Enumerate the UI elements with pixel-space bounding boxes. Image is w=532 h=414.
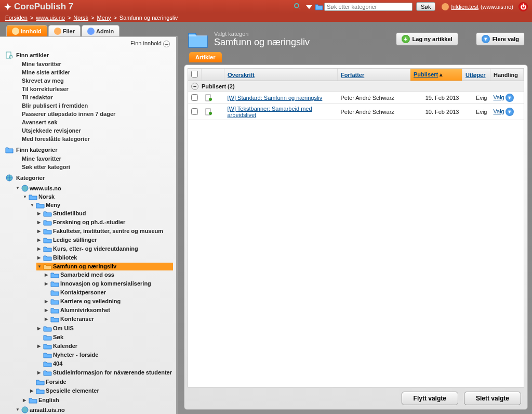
top-search-button[interactable]: Søk [416,2,436,11]
find-articles-list: Mine favoritter Mine siste artikler Skre… [3,60,173,143]
tree-node[interactable]: ▶Karriere og veiledning [44,297,173,305]
tree-node-selected[interactable]: ▼Samfunn og næringsliv [36,263,173,270]
tree-node[interactable]: ▶Studieinformasjon for nåværende student… [36,369,173,377]
admin-icon [87,28,95,35]
list-item[interactable]: Utsjekkede revisjoner [22,126,173,135]
tree-node[interactable]: Nyheter - forside [36,351,173,359]
tree-node[interactable]: ▶Om UiS [36,325,173,332]
tree-node[interactable]: ▶Samarbeid med oss [44,271,173,279]
tree-node[interactable]: ▶Konferanser [44,315,173,323]
row-action-dropdown[interactable]: ▼ [506,108,514,116]
tree-node[interactable]: ▶English [22,396,173,404]
group-row[interactable]: –Publisert (2) [188,81,524,92]
folder-icon [29,397,37,404]
tree-node[interactable]: ▼Meny [29,201,173,209]
tab-innhold[interactable]: Innhold [6,25,47,36]
folder-icon [36,379,45,385]
top-search-input[interactable] [324,3,413,11]
tree-node[interactable]: ▶Innovasjon og kommersialisering [44,280,173,288]
folder-icon [50,289,59,296]
tab-artikler[interactable]: Artikler [189,52,222,62]
tree-node[interactable]: ▶Fakulteter, institutter, sentre og muse… [36,227,173,235]
cell-author: Peter André Schwarz [338,104,410,120]
row-action-dropdown[interactable]: ▼ [506,94,514,102]
list-item[interactable]: Søk etter kategori [22,163,173,171]
folder-icon [29,193,37,200]
logout-button[interactable]: ⏻ [518,2,528,11]
col-utloper[interactable]: Utløper [466,72,486,78]
list-item[interactable]: Blir publisert i fremtiden [22,101,173,110]
row-checkbox[interactable] [191,94,198,101]
collapse-icon[interactable]: – [191,83,198,90]
folder-icon [315,3,323,10]
list-item[interactable]: Passerer utløpsdato innen 7 dager [22,110,173,118]
cell-expires: Evig [462,104,490,120]
more-options-button[interactable]: ▼Flere valg [476,32,525,46]
section-find-categories[interactable]: Finn kategorier [3,143,173,154]
tab-admin[interactable]: Admin [82,25,119,36]
list-item[interactable]: Mine favoritter [22,60,173,68]
tree-node[interactable]: ▶Forskning og ph.d.-studier [36,218,173,226]
article-link[interactable]: [W] Tekstbanner: Samarbeid med arbeidsli… [228,106,312,118]
tree-node-root[interactable]: ▼ansatt.uis.no [15,406,173,414]
article-icon [205,94,213,101]
search-icon[interactable] [292,3,303,11]
tree-node[interactable]: ▶Bibliotek [36,254,173,262]
list-item[interactable]: Skrevet av meg [22,76,173,85]
category-subtitle: Valgt kategori [214,31,391,37]
delete-selected-button[interactable]: Slett valgte [464,392,521,405]
tree-node[interactable]: ▶Studietilbud [36,210,173,217]
sort-asc-icon: ▴ [440,71,443,77]
breadcrumb-item[interactable]: www.uis.no [36,15,65,21]
cell-author: Peter André Schwarz [338,92,410,104]
row-action-link[interactable]: Valg [494,108,504,114]
tab-filer[interactable]: Filer [48,25,81,36]
folder-icon [43,334,52,341]
breadcrumb: Forsiden> www.uis.no> Norsk> Meny> Samfu… [0,13,532,22]
user-name[interactable]: hildien.test [451,4,478,10]
breadcrumb-item[interactable]: Meny [97,15,111,21]
list-item[interactable]: Til korrekturleser [22,85,173,93]
tree-node[interactable]: ▼Norsk [22,193,173,201]
cell-published: 10. Feb 2013 [410,104,462,120]
breadcrumb-item[interactable]: Forsiden [5,15,28,21]
col-overskrift[interactable]: Overskrift [228,72,255,78]
col-forfatter[interactable]: Forfatter [341,72,364,78]
tree-node[interactable]: 404 [36,360,173,368]
row-action-link[interactable]: Valg [494,94,504,100]
list-item[interactable]: Til redaktør [22,93,173,101]
search-dropdown-icon[interactable] [304,3,314,11]
breadcrumb-item[interactable]: Norsk [73,15,88,21]
row-checkbox[interactable] [191,108,198,115]
user-indicator[interactable]: hildien.test (www.uis.no) [442,3,513,10]
tree-node[interactable]: ▶Kurs, etter- og videreutdanning [36,245,173,253]
tree-node[interactable]: Kontaktpersoner [44,289,173,296]
category-title: Samfunn og næringsliv [214,37,391,48]
article-link[interactable]: [W] Standard: Samfunn og næringsliv [228,95,323,101]
svg-marker-3 [306,5,312,9]
left-tab-row: Innhold Filer Admin [0,22,178,36]
col-publisert[interactable]: Publisert [414,71,438,77]
svg-point-8 [22,407,28,413]
tree-node[interactable]: ▶Alumnivirksomhet [44,306,173,314]
list-item[interactable]: Mine favoritter [22,154,173,163]
select-all-checkbox[interactable] [191,71,198,77]
tree-node[interactable]: Forside [29,378,173,386]
find-content-toggle[interactable]: Finn innhold – [3,39,173,48]
new-article-button[interactable]: +Lag ny artikkel [396,32,458,46]
tree-node[interactable]: ▶Spesielle elementer [29,387,173,395]
tree-node[interactable]: Søk [36,333,173,341]
folder-icon [43,237,52,243]
tree-node-root[interactable]: ▼www.uis.no [15,184,173,192]
tree-node[interactable]: ▶Kalender [36,342,173,350]
list-item[interactable]: Avansert søk [22,118,173,126]
folder-icon [43,325,52,332]
plus-icon: + [402,35,410,43]
list-item[interactable]: Med foreslåtte kategorier [22,135,173,143]
list-item[interactable]: Mine siste artikler [22,68,173,76]
section-find-articles[interactable]: Finn artikler [3,48,173,60]
svg-marker-0 [4,3,11,10]
section-categories[interactable]: Kategorier [3,171,173,183]
tree-node[interactable]: ▶Ledige stillinger [36,236,173,244]
move-selected-button[interactable]: Flytt valgte [402,392,458,405]
